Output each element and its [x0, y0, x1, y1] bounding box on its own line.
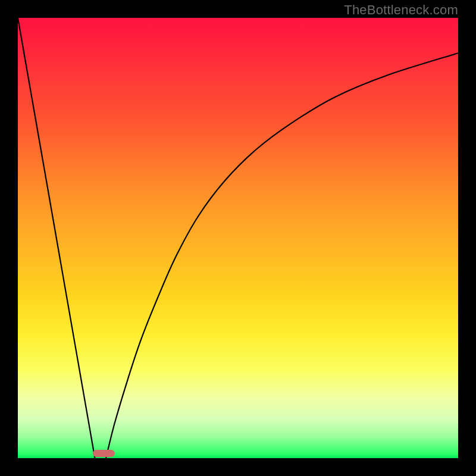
chart-curve	[18, 18, 458, 458]
attribution-label: TheBottleneck.com	[344, 2, 458, 18]
minimum-marker	[93, 450, 115, 457]
right-curve	[106, 53, 458, 458]
left-line	[18, 18, 95, 458]
chart-frame: TheBottleneck.com	[0, 0, 476, 476]
plot-area	[18, 18, 458, 458]
